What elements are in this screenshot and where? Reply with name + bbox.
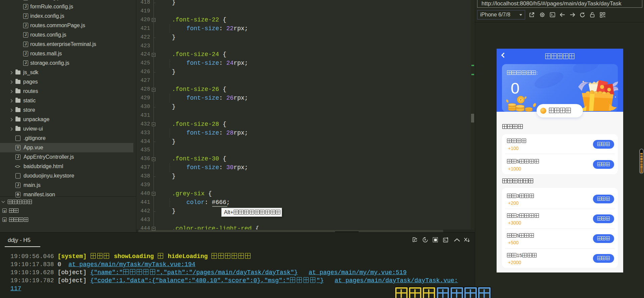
svg-text:¥: ¥ — [519, 98, 522, 102]
